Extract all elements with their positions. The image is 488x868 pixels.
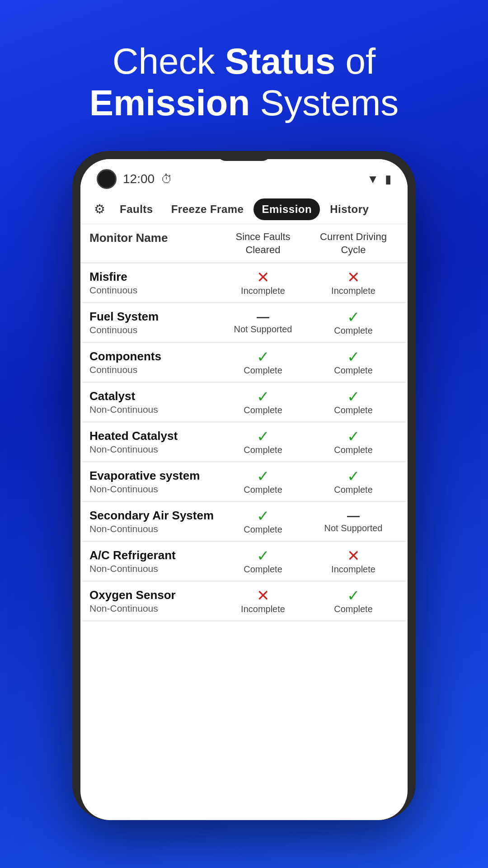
table-row: Evaporative system Non-Continuous ✓ Comp… <box>80 462 408 502</box>
front-camera <box>97 169 117 189</box>
complete-icon: ✓ <box>257 429 269 444</box>
table-row: Fuel System Continuous — Not Supported ✓… <box>80 303 408 343</box>
tab-emission[interactable]: Emission <box>253 198 320 220</box>
hero-title: Check Status of Emission Systems <box>62 41 426 124</box>
complete-icon: ✓ <box>257 468 269 484</box>
monitor-name: Components <box>89 349 218 363</box>
status-text: Incomplete <box>331 564 375 575</box>
monitor-name-cell: A/C Refrigerant Non-Continuous <box>89 548 218 574</box>
complete-icon: ✓ <box>347 468 360 484</box>
tab-freeze-frame[interactable]: Freeze Frame <box>163 198 252 220</box>
monitor-name-cell: Oxygen Sensor Non-Continuous <box>89 588 218 614</box>
monitor-name-cell: Fuel System Continuous <box>89 310 218 335</box>
status-text: Incomplete <box>241 286 285 296</box>
monitor-type: Continuous <box>89 364 218 375</box>
tab-history[interactable]: History <box>322 198 377 220</box>
monitor-name-cell: Secondary Air System Non-Continuous <box>89 509 218 534</box>
status-cell: ✕ Incomplete <box>308 269 399 296</box>
tab-bar: ⚙ Faults Freeze Frame Emission History <box>80 194 408 224</box>
monitor-name: Misfire <box>89 270 218 284</box>
not-supported-icon: — <box>257 311 269 323</box>
incomplete-icon: ✕ <box>257 269 269 285</box>
tab-obd-icon: ⚙ <box>89 198 110 220</box>
status-text: Complete <box>244 485 282 495</box>
status-text: Not Supported <box>234 324 292 335</box>
table-row: Misfire Continuous ✕ Incomplete ✕ Incomp… <box>80 263 408 303</box>
monitor-name: Catalyst <box>89 389 218 403</box>
monitor-name: Heated Catalyst <box>89 429 218 443</box>
status-bar: 12:00 ⏱ ▼ ▮ <box>80 159 408 194</box>
status-text: Complete <box>244 445 282 455</box>
monitor-type: Continuous <box>89 285 218 296</box>
tab-faults[interactable]: Faults <box>112 198 161 220</box>
table-row: A/C Refrigerant Non-Continuous ✓ Complet… <box>80 542 408 581</box>
status-text: Not Supported <box>324 523 383 533</box>
status-text: Complete <box>334 604 373 614</box>
status-cell: ✓ Complete <box>308 429 399 455</box>
time-display: 12:00 <box>123 172 155 186</box>
status-cell: ✓ Complete <box>308 309 399 336</box>
status-text: Complete <box>244 365 282 376</box>
complete-icon: ✓ <box>347 309 360 325</box>
status-text: Complete <box>244 405 282 415</box>
monitor-name-cell: Heated Catalyst Non-Continuous <box>89 429 218 455</box>
monitor-name: Evaporative system <box>89 469 218 483</box>
status-text: Complete <box>334 326 373 336</box>
col-current-cycle: Current DrivingCycle <box>308 231 399 256</box>
complete-icon: ✓ <box>257 349 269 364</box>
phone-screen: 12:00 ⏱ ▼ ▮ ⚙ Faults Freeze Frame Emissi… <box>80 159 408 820</box>
table-row: Oxygen Sensor Non-Continuous ✕ Incomplet… <box>80 581 408 621</box>
wifi-icon: ▼ <box>367 172 379 186</box>
incomplete-icon: ✕ <box>257 588 269 603</box>
status-cell: ✕ Incomplete <box>218 269 308 296</box>
status-cell: ✕ Incomplete <box>218 588 308 614</box>
status-text: Complete <box>334 445 373 455</box>
complete-icon: ✓ <box>347 349 360 364</box>
complete-icon: ✓ <box>347 588 360 603</box>
table-row: Secondary Air System Non-Continuous ✓ Co… <box>80 502 408 542</box>
battery-icon: ▮ <box>385 172 391 186</box>
status-cell: ✓ Complete <box>308 588 399 614</box>
monitor-type: Non-Continuous <box>89 404 218 415</box>
status-cell: ✓ Complete <box>218 468 308 495</box>
status-cell: ✓ Complete <box>218 389 308 415</box>
status-text: Complete <box>334 485 373 495</box>
complete-icon: ✓ <box>257 508 269 524</box>
monitor-name: Secondary Air System <box>89 509 218 523</box>
incomplete-icon: ✕ <box>347 269 360 285</box>
table-header: Monitor Name Since FaultsCleared Current… <box>80 224 408 263</box>
status-cell: ✓ Complete <box>218 508 308 535</box>
monitor-name-cell: Evaporative system Non-Continuous <box>89 469 218 495</box>
status-text: Incomplete <box>331 286 375 296</box>
col-since-faults: Since FaultsCleared <box>218 231 308 256</box>
monitor-type: Non-Continuous <box>89 603 218 614</box>
status-cell: ✓ Complete <box>218 429 308 455</box>
status-text: Complete <box>244 524 282 535</box>
status-text: Complete <box>334 365 373 376</box>
table-row: Components Continuous ✓ Complete ✓ Compl… <box>80 343 408 382</box>
monitor-type: Continuous <box>89 325 218 335</box>
monitor-name: Fuel System <box>89 310 218 324</box>
phone-notch <box>217 151 271 161</box>
monitor-name-cell: Components Continuous <box>89 349 218 375</box>
complete-icon: ✓ <box>347 429 360 444</box>
monitor-name-cell: Catalyst Non-Continuous <box>89 389 218 415</box>
obd-icon: ⏱ <box>161 172 173 186</box>
status-cell: ✓ Complete <box>218 548 308 575</box>
status-cell: ✓ Complete <box>308 468 399 495</box>
table-row: Heated Catalyst Non-Continuous ✓ Complet… <box>80 422 408 462</box>
monitor-type: Non-Continuous <box>89 524 218 534</box>
phone-frame: 12:00 ⏱ ▼ ▮ ⚙ Faults Freeze Frame Emissi… <box>72 151 416 820</box>
status-cell: — Not Supported <box>218 311 308 335</box>
monitor-name-cell: Misfire Continuous <box>89 270 218 296</box>
monitor-name: A/C Refrigerant <box>89 548 218 562</box>
status-text: Incomplete <box>241 604 285 614</box>
complete-icon: ✓ <box>257 389 269 404</box>
complete-icon: ✓ <box>257 548 269 563</box>
status-text: Complete <box>244 564 282 575</box>
not-supported-icon: — <box>347 509 360 522</box>
complete-icon: ✓ <box>347 389 360 404</box>
status-cell: ✓ Complete <box>308 349 399 376</box>
status-cell: ✓ Complete <box>308 389 399 415</box>
emission-table: Monitor Name Since FaultsCleared Current… <box>80 224 408 820</box>
